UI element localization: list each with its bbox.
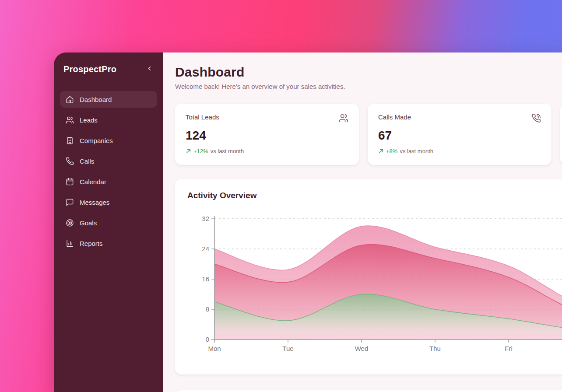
users-icon bbox=[339, 113, 348, 125]
x-tick-label: Thu bbox=[429, 345, 441, 352]
phone-call-icon bbox=[531, 113, 541, 125]
stat-cards-row: Total Leads124+12%vs last monthCalls Mad… bbox=[175, 104, 562, 165]
target-icon bbox=[65, 218, 74, 227]
brand-row: ProspectPro bbox=[60, 64, 157, 74]
users-icon bbox=[65, 116, 74, 124]
sidebar-collapse-button[interactable] bbox=[144, 64, 155, 74]
chevron-left-icon bbox=[146, 65, 153, 73]
bar-chart-icon bbox=[65, 239, 74, 248]
stat-card-total-leads: Total Leads124+12%vs last month bbox=[175, 104, 359, 165]
calendar-icon bbox=[65, 177, 74, 186]
sidebar-item-reports[interactable]: Reports bbox=[60, 235, 157, 252]
home-icon bbox=[65, 95, 74, 104]
page-title: Dashboard bbox=[175, 65, 562, 80]
x-tick-label: Mon bbox=[208, 345, 221, 352]
chart-title: Activity Overview bbox=[187, 191, 562, 200]
content: Dashboard Welcome back! Here's an overvi… bbox=[163, 52, 562, 392]
sidebar-nav: DashboardLeadsCompaniesCallsCalendarMess… bbox=[60, 91, 157, 252]
stat-value: 124 bbox=[186, 129, 348, 143]
sidebar: ProspectPro DashboardLeadsCompaniesCalls… bbox=[54, 52, 163, 392]
activity-chart-svg: 08162432MonTueWedThuFriSatSun bbox=[187, 205, 562, 363]
stat-label: Calls Made bbox=[378, 113, 411, 121]
page-subtitle: Welcome back! Here's an overview of your… bbox=[175, 83, 562, 90]
trend-up-icon bbox=[378, 148, 384, 154]
sidebar-item-messages[interactable]: Messages bbox=[60, 194, 157, 210]
x-tick-label: Wed bbox=[355, 345, 369, 352]
activity-chart: 08162432MonTueWedThuFriSatSun bbox=[187, 205, 562, 365]
sidebar-item-dashboard[interactable]: Dashboard bbox=[60, 91, 157, 108]
y-tick-label: 0 bbox=[206, 336, 209, 343]
app-window: ProspectPro DashboardLeadsCompaniesCalls… bbox=[54, 52, 562, 392]
sidebar-item-companies[interactable]: Companies bbox=[60, 132, 157, 149]
y-tick-label: 32 bbox=[202, 215, 209, 222]
y-tick-label: 16 bbox=[202, 275, 209, 283]
main-area: Dashboard Welcome back! Here's an overvi… bbox=[163, 52, 562, 392]
activity-overview-card: Activity Overview 08162432MonTueWedThuFr… bbox=[175, 179, 562, 374]
sidebar-item-goals[interactable]: Goals bbox=[60, 214, 157, 231]
sidebar-item-leads[interactable]: Leads bbox=[60, 112, 157, 128]
y-tick-label: 24 bbox=[202, 245, 209, 252]
stat-value: 67 bbox=[378, 129, 541, 143]
sidebar-item-calendar[interactable]: Calendar bbox=[60, 173, 157, 190]
building-icon bbox=[65, 136, 74, 145]
sidebar-item-calls[interactable]: Calls bbox=[60, 153, 157, 169]
y-tick-label: 8 bbox=[206, 305, 209, 313]
brand-logo: ProspectPro bbox=[63, 64, 116, 74]
next-card-cutoff bbox=[175, 390, 562, 392]
message-icon bbox=[65, 198, 74, 206]
x-tick-label: Tue bbox=[282, 345, 293, 352]
stat-trend: +12%vs last month bbox=[186, 148, 348, 154]
x-tick-label: Fri bbox=[505, 345, 513, 352]
phone-icon bbox=[65, 157, 74, 165]
stat-label: Total Leads bbox=[186, 113, 219, 121]
stat-card-cutoff bbox=[560, 104, 562, 165]
stat-trend: +8%vs last month bbox=[378, 148, 541, 154]
trend-up-icon bbox=[186, 148, 191, 154]
stat-card-calls-made: Calls Made67+8%vs last month bbox=[368, 104, 551, 165]
